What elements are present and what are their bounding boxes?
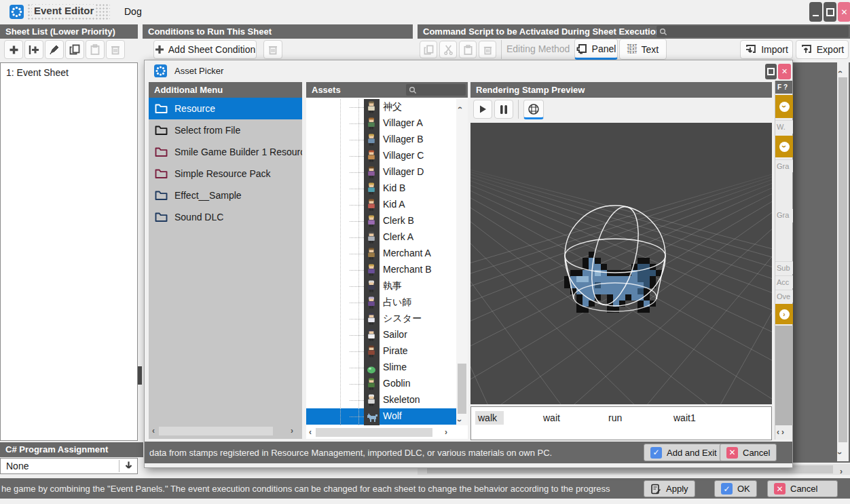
menu-hscroll-thumb[interactable] [159, 427, 273, 435]
close-button[interactable]: ✕ [838, 2, 850, 22]
scroll-right-arrow[interactable]: › [291, 427, 293, 435]
export-button[interactable]: Export [796, 40, 849, 59]
rename-sheet-button[interactable] [45, 40, 64, 59]
scroll-right-arrow[interactable]: › [840, 465, 843, 477]
asset-item-kid-a[interactable]: Kid A [306, 197, 456, 213]
asset-item-pirate[interactable]: Pirate [306, 343, 456, 360]
strip-label-5[interactable]: Acc [775, 275, 793, 288]
ok-button[interactable]: ✓ OK [714, 480, 757, 497]
asset-item-merchant-a[interactable]: Merchant A [306, 246, 456, 262]
pause-button[interactable] [494, 100, 513, 119]
strip-label-1[interactable]: W. [775, 120, 793, 134]
apply-button[interactable]: Apply [644, 480, 695, 497]
tab-dog[interactable]: Dog [124, 6, 142, 17]
csharp-dropdown[interactable]: None [0, 458, 138, 474]
strip-label-4[interactable]: Sub [775, 261, 793, 274]
asset-item-label: Merchant B [383, 264, 432, 275]
assets-hscroll-thumb[interactable] [316, 428, 432, 437]
asset-item-villager-b[interactable]: Villager B [306, 132, 456, 148]
strip-hscroll-arrows[interactable]: ‹ › [777, 428, 784, 436]
asset-item-villager-d[interactable]: Villager D [306, 164, 456, 180]
asset-item-villager-c[interactable]: Villager C [306, 148, 456, 164]
strip-expand-button-3[interactable]: › [775, 304, 793, 324]
insert-sheet-button[interactable] [24, 40, 43, 59]
text-mode-button[interactable]: TEXTTEXTTEXT Text [619, 39, 667, 60]
asset-item-merchant-b[interactable]: Merchant B [306, 262, 456, 278]
scroll-left-arrow[interactable]: ‹ [152, 427, 155, 435]
delete-sheet-button[interactable] [106, 40, 125, 59]
animation-wait1[interactable]: wait1 [671, 411, 703, 425]
dialog-maximize-button[interactable] [765, 64, 777, 79]
play-button[interactable] [473, 100, 492, 119]
preview-viewport[interactable] [470, 123, 772, 404]
asset-item-item[interactable]: シスター [306, 311, 456, 327]
asset-item-villager-a[interactable]: Villager A [306, 115, 456, 132]
assets-search-input[interactable] [406, 84, 466, 96]
script-delete-button[interactable] [479, 41, 496, 58]
strip-label-6[interactable]: Ove [775, 290, 793, 303]
import-button[interactable]: Import [740, 40, 793, 59]
script-cut-button[interactable] [439, 41, 457, 58]
assets-vscroll-thumb[interactable] [458, 364, 466, 414]
add-sheet-button[interactable] [4, 40, 23, 59]
add-and-exit-button[interactable]: ✓ Add and Exit [644, 444, 724, 461]
asset-item-clerk-b[interactable]: Clerk B [306, 213, 456, 229]
dialog-close-button[interactable]: ✕ [778, 64, 791, 79]
assets-hscrollbar[interactable]: ‹ › [306, 426, 468, 438]
delete-condition-button[interactable] [263, 40, 282, 59]
panel-mode-button[interactable]: Panel [574, 39, 618, 60]
copy-sheet-button[interactable] [65, 40, 84, 59]
asset-item-slime[interactable]: Slime [306, 360, 456, 376]
vscroll-thumb[interactable] [838, 77, 847, 442]
scroll-down-arrow[interactable]: › [838, 446, 841, 459]
menu-item-smile-game-builder-1-resource-p[interactable]: Smile Game Builder 1 Resource P [149, 141, 302, 163]
villager-b-sprite-icon [367, 134, 376, 149]
add-sheet-condition-button[interactable]: Add Sheet Condition [153, 40, 257, 59]
asset-item-item[interactable]: 執事 [306, 278, 456, 294]
minimize-button[interactable] [809, 2, 822, 22]
script-paste-button[interactable] [459, 41, 477, 58]
wire-sphere-button[interactable] [523, 100, 544, 119]
dialog-cancel-button[interactable]: ✕ Cancel [720, 444, 777, 461]
scroll-down-arrow[interactable]: › [458, 414, 461, 426]
menu-item-simple-resource-pack[interactable]: Simple Resource Pack [149, 163, 302, 185]
asset-item-kid-b[interactable]: Kid B [306, 180, 456, 197]
asset-item-sailor[interactable]: Sailor [306, 327, 456, 343]
menu-item-resource[interactable]: Resource [149, 98, 302, 119]
assets-vscrollbar[interactable]: › › [456, 99, 468, 425]
conditions-scroll-sliver[interactable] [138, 366, 142, 385]
event-sheet-item[interactable]: 1: Event Sheet [1, 63, 137, 78]
main-cancel-button[interactable]: ✕ Cancel [767, 480, 838, 497]
paste-sheet-button[interactable] [86, 40, 105, 59]
scroll-up-arrow[interactable]: › [838, 65, 841, 77]
strip-label-3[interactable]: Gra [775, 209, 793, 222]
menu-hscrollbar[interactable]: ‹ › [149, 425, 302, 437]
scroll-up-arrow[interactable]: › [458, 101, 461, 113]
animation-run[interactable]: run [606, 411, 629, 425]
main-vscrollbar[interactable]: › › [837, 62, 849, 461]
asset-item-goblin[interactable]: Goblin [306, 376, 456, 392]
asset-item-skeleton[interactable]: Skeleton [306, 392, 456, 408]
scroll-left-arrow[interactable]: ‹ [309, 428, 312, 436]
animation-walk[interactable]: walk [475, 411, 504, 425]
dropdown-arrow-icon [119, 460, 137, 472]
asset-item-item[interactable]: 占い師 [306, 294, 456, 311]
script-copy-button[interactable] [420, 41, 437, 58]
menu-item-effect-sample[interactable]: Effect__Sample [149, 185, 302, 206]
maximize-button[interactable] [824, 2, 836, 22]
strip-expand-button-1[interactable]: › [775, 95, 793, 118]
animation-wait[interactable]: wait [540, 411, 567, 425]
asset-item-wolf[interactable]: Wolf [306, 408, 456, 425]
asset-item-clerk-a[interactable]: Clerk A [306, 229, 456, 246]
asset-item-label: Merchant A [383, 248, 431, 258]
command-search-input[interactable] [657, 26, 849, 37]
scroll-right-arrow[interactable]: › [445, 428, 447, 436]
tree-connector [350, 237, 364, 238]
asset-item-item[interactable]: 神父 [306, 99, 456, 115]
command-script-header-label: Command Script to be Activated During Sh… [423, 26, 661, 37]
menu-item-sound-dlc[interactable]: Sound DLC [149, 206, 302, 228]
strip-expand-button-2[interactable]: › [775, 136, 793, 157]
menu-item-select-from-file[interactable]: Select from File [149, 119, 302, 141]
event-sheet-list[interactable]: 1: Event Sheet [0, 62, 138, 441]
strip-label-2[interactable]: Gra [775, 159, 793, 172]
